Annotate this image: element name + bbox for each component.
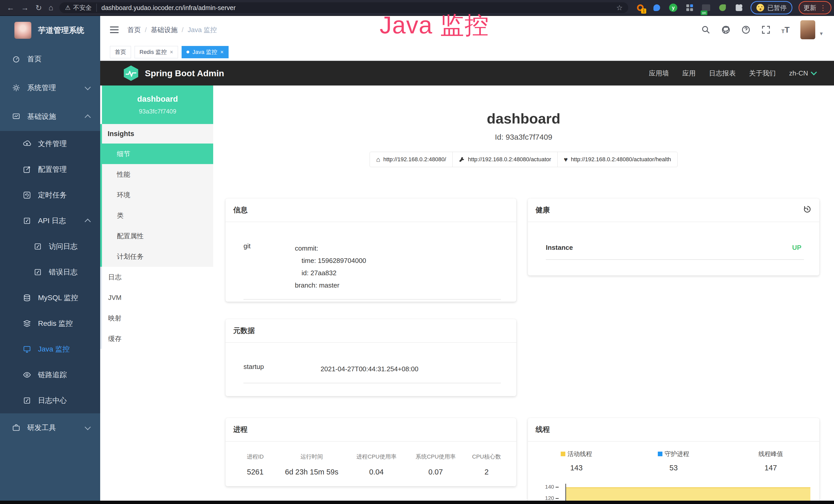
sidebar-item-java-monitor[interactable]: Java 监控 [0, 336, 100, 362]
sba-menu-logs[interactable]: 日志 [102, 267, 213, 287]
process-card-title: 进程 [225, 418, 516, 442]
live-threads-swatch [561, 452, 565, 456]
sidebar-item-scheduled-jobs[interactable]: 定时任务 [0, 182, 100, 208]
page-instance-id: Id: 93a3fc7f7409 [213, 133, 834, 141]
sidebar-item-infra[interactable]: 基础设施 [0, 102, 100, 131]
reload-icon[interactable]: ↻ [36, 3, 42, 12]
user-avatar[interactable] [800, 20, 815, 39]
sidebar-item-log-center[interactable]: 日志中心 [0, 388, 100, 413]
log-edit-icon [23, 216, 31, 225]
security-label: 不安全 [73, 4, 97, 12]
sba-nav-journal[interactable]: 日志报表 [709, 69, 736, 78]
extension-switch-icon[interactable]: on [701, 3, 711, 13]
close-icon[interactable]: × [170, 49, 173, 55]
puzzle-icon[interactable] [734, 3, 744, 13]
y-tick-120: 120 [545, 495, 554, 501]
database-icon [23, 294, 31, 302]
sidebar-logo-row[interactable]: 芋道管理系统 [0, 16, 100, 45]
extension-on-badge: on [701, 10, 707, 15]
help-icon[interactable] [741, 25, 750, 35]
sba-menu-jvm[interactable]: JVM [102, 287, 213, 308]
sidebar-item-home[interactable]: 首页 [0, 45, 100, 73]
extension-ring-icon[interactable]: 1 [635, 3, 645, 13]
github-icon[interactable] [721, 25, 730, 35]
heart-icon: ♥ [564, 156, 568, 164]
sidebar-item-mysql[interactable]: MySQL 监控 [0, 285, 100, 311]
sba-menu-caches[interactable]: 缓存 [102, 328, 213, 349]
sba-locale-select[interactable]: zh-CN [789, 69, 816, 77]
tag-home[interactable]: 首页 [110, 46, 131, 58]
metadata-card: 元数据 startup 2021-04-27T00:44:31.254+08:0… [225, 319, 516, 396]
text-size-icon[interactable]: TT [781, 26, 790, 34]
sidebar-item-dev-tools[interactable]: 研发工具 [0, 413, 100, 442]
spring-boot-admin-logo[interactable] [123, 65, 139, 82]
status-badge: UP [792, 244, 802, 252]
service-url-button[interactable]: ⌂ http://192.168.0.2:48080/ [370, 152, 452, 167]
infra-icon [12, 112, 21, 121]
sba-menu-metrics[interactable]: 性能 [102, 164, 213, 185]
search-icon[interactable] [701, 25, 710, 35]
sidebar-item-api-log[interactable]: API 日志 [0, 208, 100, 234]
tag-redis-monitor[interactable]: Redis 监控 × [135, 46, 178, 58]
sba-nav-wallboard[interactable]: 应用墙 [649, 69, 669, 78]
extension-grid-icon[interactable] [685, 3, 695, 13]
history-icon[interactable] [803, 205, 812, 215]
process-uptime: 6d 23h 15m 59s [278, 468, 346, 476]
update-button[interactable]: 更新 ⋮ [798, 1, 831, 15]
screen: ← → ↻ ⌂ ⚠ 不安全 dashboard.yudao.iocoder.cn… [0, 0, 834, 504]
actuator-url-button[interactable]: http://192.168.0.2:48080/actuator [452, 152, 557, 167]
sba-menu-config-props[interactable]: 配置属性 [102, 226, 213, 246]
extension-leaf-icon[interactable] [718, 3, 727, 13]
threads-card: 线程 活动线程 143 守护进程 53 线程峰值 147 [528, 418, 819, 501]
sba-menu-classes[interactable]: 类 [102, 205, 213, 226]
avatar-caret-icon[interactable]: ▾ [820, 30, 823, 37]
sidebar-item-access-log[interactable]: 访问日志 [0, 234, 100, 259]
extension-pin-icon[interactable] [652, 3, 662, 13]
sba-brand[interactable]: Spring Boot Admin [145, 68, 224, 78]
log-edit-icon [34, 242, 42, 251]
breadcrumb-home[interactable]: 首页 [127, 25, 141, 35]
sidebar-item-error-log[interactable]: 错误日志 [0, 259, 100, 285]
sba-nav-about[interactable]: 关于我们 [749, 69, 776, 78]
warning-icon: ⚠ [65, 4, 71, 11]
bookmark-star-icon[interactable]: ☆ [616, 4, 622, 12]
address-bar[interactable]: ⚠ 不安全 dashboard.yudao.iocoder.cn/infra/a… [59, 2, 628, 13]
sba-menu-scheduled-tasks[interactable]: 计划任务 [102, 246, 213, 267]
close-icon[interactable]: × [220, 49, 224, 55]
sidebar-item-config-mgmt[interactable]: 配置管理 [0, 157, 100, 182]
forward-icon[interactable]: → [21, 3, 29, 12]
sidebar-item-tracing[interactable]: 链路追踪 [0, 362, 100, 388]
tag-java-monitor[interactable]: Java 监控 × [182, 46, 228, 58]
sidebar: 芋道管理系统 首页 系统管理 基础设施 文件管理 [0, 16, 100, 501]
sidebar-item-system[interactable]: 系统管理 [0, 73, 100, 102]
sba-menu-environment[interactable]: 环境 [102, 185, 213, 205]
health-instance-row[interactable]: Instance UP [528, 222, 819, 252]
sidebar-item-file-mgmt[interactable]: 文件管理 [0, 131, 100, 157]
hamburger-icon[interactable] [110, 26, 119, 33]
chevron-down-icon [85, 84, 91, 90]
process-pid: 5261 [233, 468, 278, 476]
breadcrumb-infra[interactable]: 基础设施 [151, 25, 177, 35]
sidebar-item-redis[interactable]: Redis 监控 [0, 311, 100, 336]
kebab-menu-icon[interactable]: ⋮ [819, 4, 827, 12]
health-url-button[interactable]: ♥ http://192.168.0.2:48080/actuator/heal… [557, 152, 678, 167]
browser-home-icon[interactable]: ⌂ [48, 3, 53, 12]
insights-group: Insights 细节 性能 环境 类 配置属性 计划任务 [100, 124, 213, 267]
daemon-threads-label: 守护进程 [664, 450, 689, 458]
sba-nav-applications[interactable]: 应用 [682, 69, 696, 78]
extension-green-icon[interactable]: y [668, 3, 678, 13]
url-text[interactable]: dashboard.yudao.iocoder.cn/infra/admin-s… [102, 4, 613, 12]
paused-pill[interactable]: 已暂停 [750, 1, 792, 15]
gear-icon [12, 84, 21, 92]
back-icon[interactable]: ← [7, 3, 14, 12]
fullscreen-icon[interactable] [761, 25, 771, 35]
sba-navbar: Spring Boot Admin 应用墙 应用 日志报表 关于我们 zh-CN [100, 61, 834, 86]
sba-menu-mappings[interactable]: 映射 [102, 308, 213, 328]
log-edit-icon [34, 268, 42, 276]
chevron-down-icon [85, 424, 91, 430]
chevron-up-icon [85, 219, 91, 225]
instance-header[interactable]: dashboard 93a3fc7f7409 [100, 86, 213, 124]
page-title: dashboard [213, 110, 834, 127]
sba-menu-details[interactable]: 细节 [102, 143, 213, 164]
threads-card-title: 线程 [528, 418, 819, 442]
